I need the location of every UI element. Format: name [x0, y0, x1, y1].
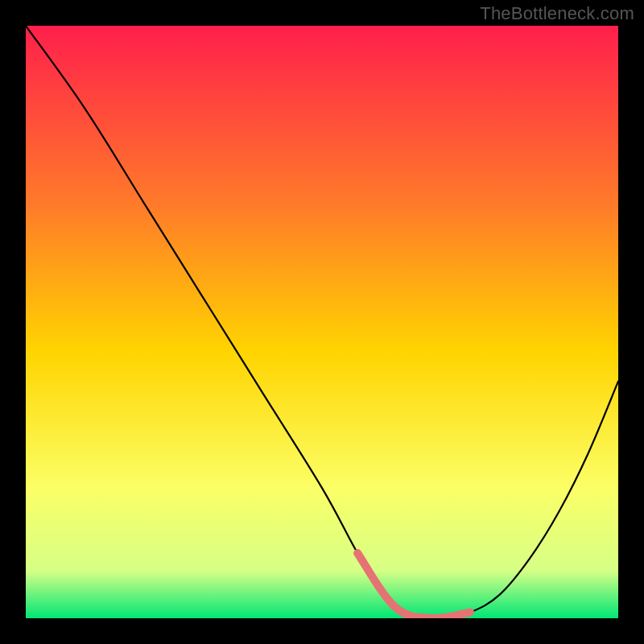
bottleneck-chart [26, 26, 618, 618]
gradient-background [26, 26, 618, 618]
attribution-text: TheBottleneck.com [480, 3, 634, 24]
chart-stage: TheBottleneck.com [0, 0, 644, 644]
